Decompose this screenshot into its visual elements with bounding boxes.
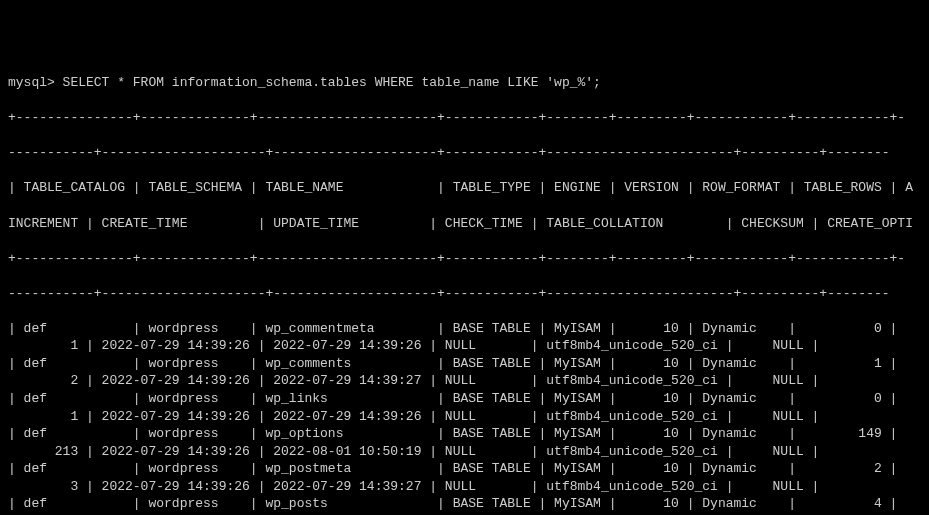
- mysql-prompt-line[interactable]: mysql> SELECT * FROM information_schema.…: [8, 74, 921, 92]
- table-row: | def | wordpress | wp_comments | BASE T…: [8, 355, 921, 373]
- table-row: | def | wordpress | wp_postmeta | BASE T…: [8, 460, 921, 478]
- mysql-prompt: mysql>: [8, 75, 63, 90]
- table-row: | def | wordpress | wp_options | BASE TA…: [8, 425, 921, 443]
- table-border-top-2: -----------+---------------------+------…: [8, 144, 921, 162]
- table-row: | def | wordpress | wp_posts | BASE TABL…: [8, 495, 921, 513]
- table-header-2: INCREMENT | CREATE_TIME | UPDATE_TIME | …: [8, 215, 921, 233]
- table-row: 1 | 2022-07-29 14:39:26 | 2022-07-29 14:…: [8, 408, 921, 426]
- table-rows: | def | wordpress | wp_commentmeta | BAS…: [8, 320, 921, 515]
- table-border-mid-2: -----------+---------------------+------…: [8, 285, 921, 303]
- table-row: 1 | 2022-07-29 14:39:26 | 2022-07-29 14:…: [8, 337, 921, 355]
- table-row: | def | wordpress | wp_commentmeta | BAS…: [8, 320, 921, 338]
- table-border-mid-1: +---------------+--------------+--------…: [8, 250, 921, 268]
- table-border-top-1: +---------------+--------------+--------…: [8, 109, 921, 127]
- table-row: 3 | 2022-07-29 14:39:26 | 2022-07-29 14:…: [8, 478, 921, 496]
- table-row: | def | wordpress | wp_links | BASE TABL…: [8, 390, 921, 408]
- sql-query: SELECT * FROM information_schema.tables …: [63, 75, 601, 90]
- table-row: 213 | 2022-07-29 14:39:26 | 2022-08-01 1…: [8, 443, 921, 461]
- table-header-1: | TABLE_CATALOG | TABLE_SCHEMA | TABLE_N…: [8, 179, 921, 197]
- table-row: 2 | 2022-07-29 14:39:26 | 2022-07-29 14:…: [8, 372, 921, 390]
